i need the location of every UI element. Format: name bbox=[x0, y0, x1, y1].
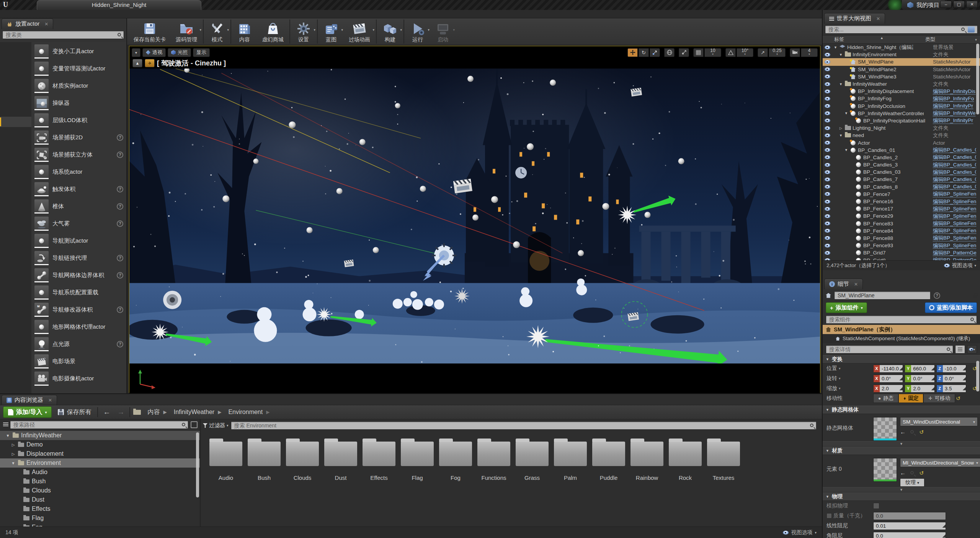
chevron-down-icon[interactable]: ▾ bbox=[341, 28, 343, 32]
visibility-eye-icon[interactable] bbox=[825, 185, 830, 189]
visibility-eye-icon[interactable] bbox=[825, 222, 830, 225]
folder-tile[interactable]: Rainbow bbox=[628, 436, 666, 501]
chevron-down-icon[interactable]: ▾ bbox=[428, 28, 430, 32]
visibility-eye-icon[interactable] bbox=[825, 104, 830, 108]
place-actor-item[interactable]: 操纵器 ? bbox=[31, 95, 126, 112]
close-icon[interactable]: ✕ bbox=[876, 16, 880, 21]
visibility-eye-icon[interactable] bbox=[825, 141, 830, 145]
search-details-input[interactable] bbox=[826, 345, 953, 354]
view-options-button[interactable]: 视图选项 bbox=[952, 262, 972, 269]
surface-snap-button[interactable] bbox=[679, 48, 689, 57]
list-view-icon[interactable] bbox=[191, 421, 198, 428]
place-actor-item[interactable]: 大气雾 ? bbox=[31, 215, 126, 232]
outliner-row[interactable]: SM_WindPlane StaticMeshActor bbox=[823, 58, 980, 65]
close-icon[interactable]: ✕ bbox=[48, 398, 52, 403]
view-options-button[interactable]: 视图选项 bbox=[791, 529, 812, 536]
minimize-button[interactable]: – bbox=[940, 1, 952, 8]
tree-folder-row[interactable]: Effects bbox=[0, 504, 200, 514]
outliner-row[interactable]: ▷ Lighting_Night 文件夹 bbox=[823, 124, 980, 132]
place-actor-item[interactable]: 点光源 ? bbox=[31, 336, 126, 353]
tree-folder-row[interactable]: ▷ Demo bbox=[0, 440, 200, 449]
help-icon[interactable]: ? bbox=[117, 134, 123, 141]
tree-folder-row[interactable]: Fog bbox=[0, 523, 200, 527]
visibility-eye-icon[interactable] bbox=[825, 258, 830, 260]
outliner-row[interactable]: BP_InfinityFog 编辑BP_InfinityFo bbox=[823, 95, 980, 102]
angular-damping-field[interactable]: 0.0 bbox=[873, 532, 946, 538]
lock-icon[interactable] bbox=[973, 295, 977, 298]
place-actor-item[interactable]: 场景捕获立方体 ? bbox=[31, 146, 126, 163]
folder-tile[interactable]: Functions bbox=[475, 436, 513, 501]
folder-tile[interactable]: Flag bbox=[398, 436, 436, 501]
tree-folder-row[interactable]: Flag bbox=[0, 514, 200, 523]
visibility-eye-icon[interactable] bbox=[825, 75, 830, 78]
z-value-field[interactable]: Z -10.0 bbox=[936, 365, 966, 373]
folder-tile[interactable]: Puddle bbox=[590, 436, 628, 501]
folder-tile[interactable]: Palm bbox=[551, 436, 590, 501]
outliner-row[interactable]: BP_Fence17 编辑BP_SplineFen bbox=[823, 205, 980, 212]
pilot-camera-icon[interactable]: ✈ bbox=[145, 59, 155, 67]
property-matrix-button[interactable] bbox=[955, 345, 965, 354]
folder-tile[interactable]: Dust bbox=[322, 436, 360, 501]
place-actor-item[interactable]: 场系统actor ? bbox=[31, 163, 126, 181]
place-actor-item[interactable]: 电影场景 ? bbox=[31, 353, 126, 370]
visibility-eye-icon[interactable] bbox=[825, 200, 830, 204]
outliner-row[interactable]: BP_Candles_03 编辑BP_Candles_0 bbox=[823, 168, 980, 176]
folder-tile[interactable]: Clouds bbox=[283, 436, 322, 501]
world-local-toggle-button[interactable] bbox=[664, 48, 675, 57]
place-actors-category[interactable] bbox=[0, 96, 31, 106]
outliner-row[interactable]: ▼ need 文件夹 bbox=[823, 132, 980, 139]
toolbar-button[interactable]: 设置 ▾ bbox=[289, 20, 316, 44]
outliner-row[interactable]: BP_Candles_7 编辑BP_Candles_0 bbox=[823, 176, 980, 183]
save-all-button[interactable]: 保存所有 bbox=[55, 408, 94, 416]
outliner-row[interactable]: BP_InfinityDisplacement 编辑BP_InfinityDis bbox=[823, 88, 980, 95]
tree-folder-row[interactable]: Bush bbox=[0, 477, 200, 486]
visibility-eye-icon[interactable] bbox=[825, 126, 830, 130]
visibility-eye-icon[interactable] bbox=[825, 229, 830, 233]
folder-tile[interactable]: Grass bbox=[513, 436, 551, 501]
mass-override-checkbox[interactable] bbox=[826, 513, 832, 518]
toolbar-button[interactable]: 启动 ▾ bbox=[430, 20, 456, 44]
scale-tool-button[interactable] bbox=[650, 48, 660, 57]
visibility-eye-icon[interactable] bbox=[825, 155, 830, 159]
viewport-options-button[interactable]: ▾ bbox=[132, 48, 140, 57]
folder-tile[interactable]: Textures bbox=[704, 436, 743, 501]
tree-folder-row[interactable]: ▼ InfinityWeather bbox=[0, 431, 200, 440]
outliner-row[interactable]: BP_Fence88 编辑BP_SplineFen bbox=[823, 235, 980, 242]
outliner-row[interactable]: ▼ Hidden_Shrine_Night（编辑器） 世界场景 bbox=[823, 44, 980, 51]
rotate-tool-button[interactable]: ↻ bbox=[639, 48, 649, 57]
y-value-field[interactable]: Y 2.0 bbox=[905, 385, 934, 393]
outliner-row[interactable]: ▼ BP_InfinityWeatherController 编辑BP_Infi… bbox=[823, 110, 980, 117]
folder-tile[interactable]: Effects bbox=[360, 436, 398, 501]
expander-icon[interactable]: ▼ bbox=[839, 82, 843, 86]
outliner-filter-icon[interactable] bbox=[968, 26, 975, 33]
blueprint-add-script-button[interactable]: 蓝图/添加脚本 bbox=[925, 302, 977, 313]
toolbar-button[interactable]: 蓝图 ▾ bbox=[317, 20, 344, 44]
stop-piloting-button[interactable]: ▲ bbox=[132, 59, 142, 67]
outliner-row[interactable]: ▼ BP_Candles_01 编辑BP_Candles_0 bbox=[823, 147, 980, 154]
browse-icon[interactable] bbox=[910, 471, 914, 474]
outliner-row[interactable]: SM_WindPlane2 StaticMeshActor bbox=[823, 66, 980, 73]
linear-damping-field[interactable]: 0.01 bbox=[873, 522, 946, 530]
outliner-row[interactable]: BP_Fence83 编辑BP_SplineFen bbox=[823, 220, 980, 227]
place-actor-item[interactable]: 椎体 ? bbox=[31, 198, 126, 215]
expander-icon[interactable]: ▼ bbox=[844, 111, 848, 115]
outliner-search-input[interactable] bbox=[825, 25, 978, 34]
z-value-field[interactable]: Z 0.0° bbox=[936, 375, 966, 383]
expand-divider[interactable]: ▼ bbox=[823, 487, 980, 492]
display-filter-button[interactable]: ▾ bbox=[967, 345, 977, 354]
visibility-eye-icon[interactable] bbox=[825, 163, 830, 167]
place-actor-item[interactable]: 导航测试actor ? bbox=[31, 232, 126, 249]
outliner-row[interactable]: BP_Fence29 编辑BP_SplineFen bbox=[823, 212, 980, 220]
reset-icon[interactable]: ↺ bbox=[955, 395, 961, 401]
outliner-column-header[interactable]: 标签 ▲ 类型 ▾ bbox=[823, 35, 980, 44]
place-actor-item[interactable]: 导航网格体边界体积 ? bbox=[31, 267, 126, 284]
path-search-input[interactable] bbox=[10, 421, 188, 429]
close-icon[interactable]: ✕ bbox=[854, 282, 858, 287]
place-actors-category[interactable] bbox=[0, 117, 31, 127]
outliner-row[interactable]: BP_Fence84 编辑BP_SplineFen bbox=[823, 227, 980, 235]
camera-speed-value-button[interactable]: 4 bbox=[801, 48, 818, 57]
use-selected-icon[interactable]: ← bbox=[900, 429, 906, 435]
section-materials[interactable]: ▼材质 bbox=[823, 447, 980, 455]
visibility-eye-icon[interactable] bbox=[825, 251, 830, 255]
place-actor-item[interactable]: 导航系统配置重载 ? bbox=[31, 284, 126, 301]
